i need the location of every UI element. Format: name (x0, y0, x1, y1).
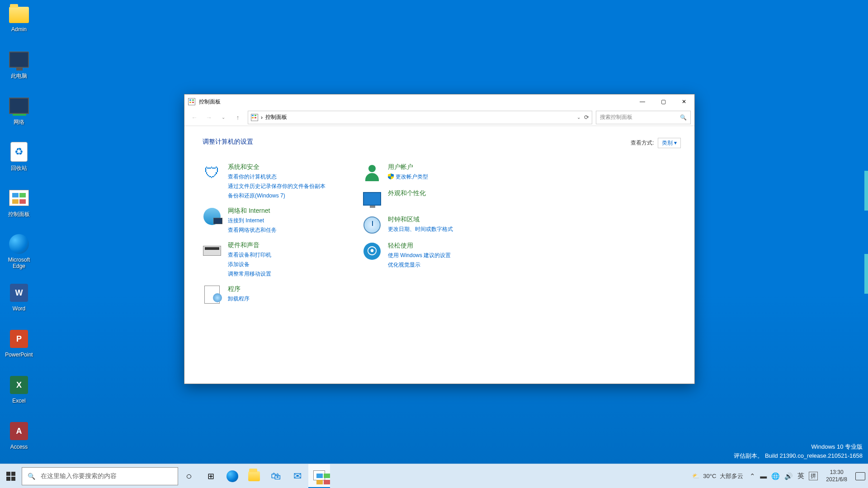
control-panel-icon (9, 190, 29, 206)
category-system-security: 🛡 系统和安全 查看你的计算机状态 通过文件历史记录保存你的文件备份副本 备份和… (203, 163, 361, 200)
desktop-icon-edge[interactable]: Microsoft Edge (2, 233, 36, 269)
search-icon[interactable]: 🔍 (680, 114, 687, 121)
category-link[interactable]: 调整常用移动设置 (228, 270, 271, 278)
minimize-button[interactable]: ― (632, 94, 653, 109)
titlebar[interactable]: 控制面板 ― ▢ ✕ (184, 94, 694, 109)
column-left: 🛡 系统和安全 查看你的计算机状态 通过文件历史记录保存你的文件备份副本 备份和… (203, 163, 361, 311)
icon-label: Microsoft Edge (2, 257, 36, 269)
category-title[interactable]: 程序 (228, 285, 250, 293)
recent-button[interactable]: ⌄ (217, 111, 230, 124)
search-input[interactable]: 搜索控制面板 🔍 (596, 111, 691, 124)
taskbar-pinned: ○ ⊞ 🛍 ✉ (178, 464, 330, 488)
category-title[interactable]: 系统和安全 (228, 163, 326, 171)
window-title: 控制面板 (199, 98, 221, 106)
cortana-button[interactable]: ○ (178, 464, 200, 488)
icon-label: 控制面板 (2, 211, 36, 218)
category-link[interactable]: 卸载程序 (228, 295, 250, 303)
back-button[interactable]: ← (188, 111, 201, 124)
desktop-icon-network[interactable]: 网络 (2, 95, 36, 126)
start-button[interactable] (0, 464, 22, 488)
taskbar-control-panel[interactable] (308, 464, 330, 488)
maximize-button[interactable]: ▢ (653, 94, 674, 109)
edge-widget-tab[interactable] (864, 254, 868, 294)
close-button[interactable]: ✕ (674, 94, 694, 109)
view-by-dropdown[interactable]: 类别 ▾ (658, 138, 681, 148)
tray-chevron-icon[interactable]: ⌃ (750, 472, 755, 480)
category-link[interactable]: 查看设备和打印机 (228, 251, 271, 259)
up-button[interactable]: ↑ (231, 111, 244, 124)
edge-widget-tab[interactable] (864, 171, 868, 211)
icon-label: 回收站 (2, 164, 36, 172)
task-view-button[interactable]: ⊞ (200, 464, 222, 488)
category-title[interactable]: 轻松使用 (388, 242, 451, 250)
category-columns: 🛡 系统和安全 查看你的计算机状态 通过文件历史记录保存你的文件备份副本 备份和… (203, 163, 682, 311)
weather-desc: 大部多云 (720, 472, 743, 480)
category-title[interactable]: 网络和 Internet (228, 207, 277, 215)
category-network: 网络和 Internet 连接到 Internet 查看网络状态和任务 (203, 207, 361, 234)
access-icon: A (10, 422, 28, 440)
edge-icon (9, 234, 29, 254)
category-title[interactable]: 外观和个性化 (388, 189, 426, 197)
clock[interactable]: 13:30 2021/6/8 (826, 469, 847, 483)
taskbar-mail[interactable]: ✉ (287, 464, 308, 488)
category-link[interactable]: 使用 Windows 建议的设置 (388, 252, 451, 259)
content-area: 调整计算机的设置 查看方式: 类别 ▾ 🛡 系统和安全 查看你的计算机状态 通过… (184, 126, 694, 311)
notifications-button[interactable] (855, 472, 865, 480)
category-link[interactable]: 通过文件历史记录保存你的文件备份副本 (228, 183, 326, 190)
shield-icon: 🛡 (203, 163, 222, 182)
desktop-icon-recycle-bin[interactable]: ♻回收站 (2, 141, 36, 172)
taskbar-store[interactable]: 🛍 (265, 464, 287, 488)
category-link[interactable]: 更改帐户类型 (388, 173, 428, 181)
edge-icon (226, 470, 238, 482)
category-title[interactable]: 用户帐户 (388, 163, 428, 171)
word-icon: W (10, 284, 28, 302)
desktop-icon-powerpoint[interactable]: PPowerPoint (2, 328, 36, 358)
volume-icon[interactable]: 🔊 (784, 472, 793, 480)
category-link[interactable]: 备份和还原(Windows 7) (228, 192, 326, 200)
taskbar-explorer[interactable] (243, 464, 265, 488)
desktop-icon-word[interactable]: WWord (2, 282, 36, 312)
breadcrumb-sep: › (261, 114, 263, 121)
forward-button[interactable]: → (203, 111, 215, 124)
icon-label: Admin (2, 26, 36, 33)
category-clock-region: 时钟和区域 更改日期、时间或数字格式 (363, 216, 521, 235)
windows-logo-icon (6, 472, 15, 481)
printer-icon (203, 241, 222, 260)
icon-label: PowerPoint (2, 352, 36, 358)
date: 2021/6/8 (826, 476, 847, 483)
uac-shield-icon (388, 174, 394, 179)
control-panel-icon (313, 470, 325, 480)
time: 13:30 (826, 469, 847, 476)
refresh-button[interactable]: ⟳ (584, 114, 589, 121)
chevron-down-icon[interactable]: ⌄ (577, 115, 580, 120)
category-title[interactable]: 时钟和区域 (388, 216, 453, 224)
ime-mode[interactable]: 拼 (809, 472, 818, 480)
network-tray-icon[interactable]: 🌐 (771, 472, 780, 480)
category-link[interactable]: 优化视觉显示 (388, 261, 451, 269)
category-link[interactable]: 查看网络状态和任务 (228, 226, 277, 234)
category-title[interactable]: 硬件和声音 (228, 241, 271, 249)
category-link[interactable]: 查看你的计算机状态 (228, 173, 326, 181)
watermark-line: Windows 10 专业版 (734, 442, 863, 451)
desktop-icon-excel[interactable]: XExcel (2, 374, 36, 404)
icon-label: 网络 (2, 118, 36, 126)
desktop-icon-admin[interactable]: Admin (2, 3, 36, 33)
clock-icon (363, 216, 382, 235)
desktop-icon-access[interactable]: AAccess (2, 420, 36, 450)
recycle-bin-icon: ♻ (10, 142, 28, 162)
category-link[interactable]: 更改日期、时间或数字格式 (388, 225, 453, 233)
powerpoint-icon: P (10, 330, 28, 348)
battery-icon[interactable]: ▬ (760, 472, 767, 480)
category-link[interactable]: 连接到 Internet (228, 217, 277, 225)
breadcrumb[interactable]: 控制面板 (265, 113, 287, 121)
taskbar-edge[interactable] (222, 464, 243, 488)
icon-label: Access (2, 444, 36, 450)
weather-widget[interactable]: ⛅ 30°C 大部多云 (692, 472, 743, 480)
icon-label: Excel (2, 398, 36, 404)
desktop-icon-control-panel[interactable]: 控制面板 (2, 187, 36, 218)
category-link[interactable]: 添加设备 (228, 261, 271, 268)
address-bar[interactable]: › 控制面板 ⌄ ⟳ (248, 111, 592, 124)
ime-indicator[interactable]: 英 (797, 472, 804, 480)
taskbar-search-input[interactable]: 🔍 在这里输入你要搜索的内容 (22, 467, 178, 485)
desktop-icon-this-pc[interactable]: 此电脑 (2, 49, 36, 80)
